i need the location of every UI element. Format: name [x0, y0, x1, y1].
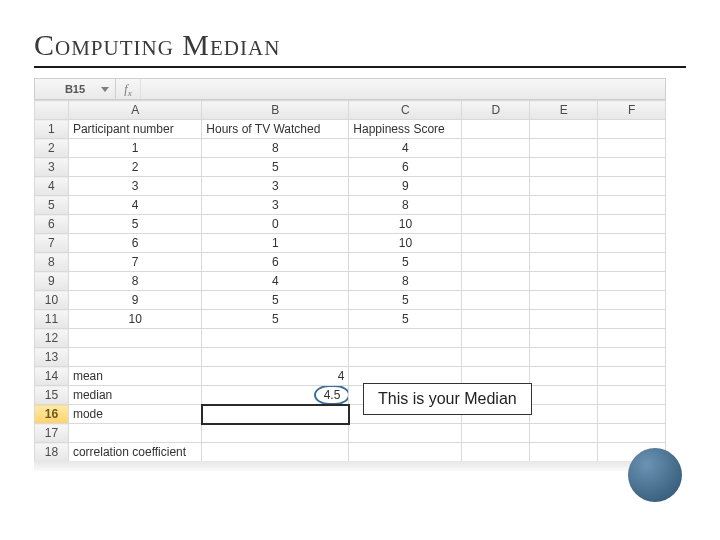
cell[interactable]	[462, 348, 530, 367]
cell[interactable]	[530, 196, 598, 215]
cell[interactable]: 5	[349, 310, 462, 329]
cell[interactable]	[530, 310, 598, 329]
cell[interactable]	[530, 291, 598, 310]
cell[interactable]	[598, 120, 666, 139]
cell[interactable]: 5	[202, 310, 349, 329]
cell[interactable]: 6	[68, 234, 201, 253]
cell[interactable]	[598, 139, 666, 158]
cell[interactable]: 4	[202, 367, 349, 386]
cell[interactable]	[598, 367, 666, 386]
cell[interactable]: 8	[349, 272, 462, 291]
cell[interactable]	[349, 443, 462, 462]
col-header-B[interactable]: B	[202, 101, 349, 120]
row-header[interactable]: 18	[35, 443, 69, 462]
cell[interactable]	[462, 424, 530, 443]
cell[interactable]	[462, 272, 530, 291]
name-box[interactable]: B15	[35, 79, 116, 99]
cell[interactable]	[462, 196, 530, 215]
cell[interactable]: 3	[202, 196, 349, 215]
row-header[interactable]: 14	[35, 367, 69, 386]
cell[interactable]: 5	[202, 291, 349, 310]
cell[interactable]: 9	[68, 291, 201, 310]
cell[interactable]: Participant number	[68, 120, 201, 139]
cell[interactable]: 3	[68, 177, 201, 196]
cell[interactable]	[598, 386, 666, 405]
col-header-A[interactable]: A	[68, 101, 201, 120]
row-header[interactable]: 10	[35, 291, 69, 310]
cell[interactable]	[530, 234, 598, 253]
cell[interactable]	[598, 253, 666, 272]
cell[interactable]	[202, 348, 349, 367]
cell[interactable]	[530, 215, 598, 234]
cell[interactable]	[598, 329, 666, 348]
cell[interactable]	[530, 272, 598, 291]
col-header-D[interactable]: D	[462, 101, 530, 120]
cell[interactable]	[462, 253, 530, 272]
cell[interactable]	[68, 424, 201, 443]
cell[interactable]: 5	[349, 253, 462, 272]
cell[interactable]	[202, 329, 349, 348]
cell[interactable]: 8	[68, 272, 201, 291]
row-header[interactable]: 17	[35, 424, 69, 443]
cell[interactable]	[462, 158, 530, 177]
row-header[interactable]: 2	[35, 139, 69, 158]
cell[interactable]: Hours of TV Watched	[202, 120, 349, 139]
cell[interactable]: 8	[202, 139, 349, 158]
cell[interactable]: 10	[68, 310, 201, 329]
cell[interactable]: 6	[349, 158, 462, 177]
cell[interactable]: 4	[349, 139, 462, 158]
cell[interactable]	[530, 177, 598, 196]
cell[interactable]: 9	[349, 177, 462, 196]
cell[interactable]: 5	[202, 158, 349, 177]
row-header[interactable]: 7	[35, 234, 69, 253]
row-header[interactable]: 8	[35, 253, 69, 272]
cell[interactable]	[462, 177, 530, 196]
cell[interactable]	[530, 424, 598, 443]
cell[interactable]	[598, 291, 666, 310]
cells-grid[interactable]: ABCDEF 1Participant numberHours of TV Wa…	[34, 100, 666, 471]
row-header[interactable]: 3	[35, 158, 69, 177]
cell[interactable]	[598, 177, 666, 196]
cell[interactable]: 2	[68, 158, 201, 177]
cell[interactable]	[462, 120, 530, 139]
cell[interactable]: 5	[349, 291, 462, 310]
cell[interactable]: Happiness Score	[349, 120, 462, 139]
cell[interactable]	[530, 158, 598, 177]
select-all-corner[interactable]	[35, 101, 69, 120]
cell[interactable]: 0	[202, 215, 349, 234]
cell[interactable]	[530, 405, 598, 424]
cell[interactable]: mode	[68, 405, 201, 424]
cell[interactable]: 7	[68, 253, 201, 272]
cell[interactable]	[462, 291, 530, 310]
cell[interactable]	[68, 329, 201, 348]
cell[interactable]: correlation coefficient	[68, 443, 201, 462]
cell[interactable]	[530, 348, 598, 367]
cell[interactable]	[530, 139, 598, 158]
row-header[interactable]: 1	[35, 120, 69, 139]
cell[interactable]	[202, 443, 349, 462]
col-header-F[interactable]: F	[598, 101, 666, 120]
cell[interactable]: 5	[68, 215, 201, 234]
cell[interactable]	[598, 310, 666, 329]
col-header-C[interactable]: C	[349, 101, 462, 120]
cell[interactable]	[598, 348, 666, 367]
cell[interactable]	[530, 386, 598, 405]
cell[interactable]	[530, 120, 598, 139]
cell[interactable]	[462, 329, 530, 348]
cell[interactable]	[598, 272, 666, 291]
fx-icon[interactable]: fx	[116, 79, 141, 99]
cell[interactable]: 1	[202, 234, 349, 253]
row-header[interactable]: 16	[35, 405, 69, 424]
row-header[interactable]: 4	[35, 177, 69, 196]
cell[interactable]: 6	[202, 253, 349, 272]
cell[interactable]	[598, 215, 666, 234]
cell[interactable]: 3	[202, 177, 349, 196]
row-header[interactable]: 6	[35, 215, 69, 234]
cell[interactable]	[349, 329, 462, 348]
cell[interactable]: 10	[349, 215, 462, 234]
cell[interactable]: 8	[349, 196, 462, 215]
row-header[interactable]: 11	[35, 310, 69, 329]
cell[interactable]	[598, 158, 666, 177]
cell[interactable]	[598, 196, 666, 215]
cell[interactable]	[462, 443, 530, 462]
